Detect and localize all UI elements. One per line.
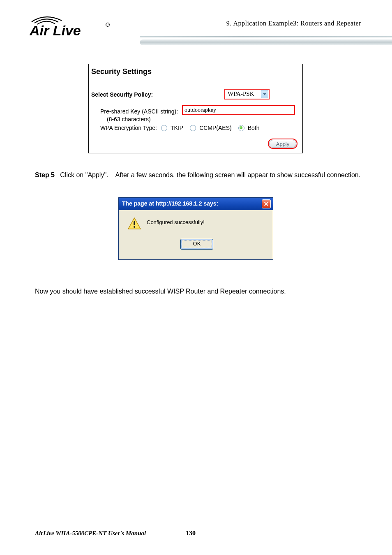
page: Air Live R 9. Application Example3: Rout…	[0, 0, 392, 555]
step5-paragraph: Step 5 Click on "Apply". After a few sec…	[35, 171, 363, 180]
close-icon[interactable]	[262, 199, 271, 208]
dialog-title: The page at http://192.168.1.2 says:	[122, 200, 218, 207]
psk-hint: (8-63 characters)	[107, 116, 151, 123]
dialog-message: Configured successfully!	[147, 219, 205, 225]
apply-button[interactable]: Apply	[268, 139, 297, 149]
radio-tkip-label: TKIP	[171, 125, 183, 131]
radio-ccmp[interactable]	[190, 125, 196, 131]
radio-both[interactable]	[238, 125, 244, 131]
step5-text-a: Click on "Apply".	[60, 171, 108, 178]
radio-tkip[interactable]	[161, 125, 167, 131]
svg-point-5	[134, 226, 135, 228]
encryption-type-row: WPA Encryption Type: TKIP CCMP(AES) Both	[100, 125, 260, 131]
svg-text:Air Live: Air Live	[30, 23, 81, 38]
security-settings-panel: Security Settings Select Security Policy…	[88, 64, 303, 153]
dialog-body: Configured successfully! OK	[119, 210, 273, 260]
footer-manual-title: AirLive WHA-5500CPE-NT User's Manual	[35, 530, 146, 537]
step5-text-b: After a few seconds, the following scree…	[115, 171, 360, 178]
policy-label: Select Security Policy:	[91, 91, 153, 98]
psk-input[interactable]	[182, 105, 295, 115]
warning-icon	[128, 217, 141, 230]
svg-text:R: R	[106, 23, 108, 26]
ok-button[interactable]: OK	[180, 239, 213, 250]
final-paragraph: Now you should have established successf…	[35, 288, 363, 295]
security-policy-select[interactable]: WPA-PSK	[224, 89, 270, 99]
security-policy-value: WPA-PSK	[228, 90, 254, 97]
radio-ccmp-label: CCMP(AES)	[199, 125, 232, 131]
dialog-titlebar: The page at http://192.168.1.2 says:	[119, 198, 273, 210]
alert-dialog: The page at http://192.168.1.2 says: Con…	[118, 197, 273, 260]
panel-title: Security Settings	[91, 67, 152, 76]
footer-page-number: 130	[186, 530, 196, 537]
chevron-down-icon[interactable]	[261, 90, 268, 98]
radio-both-label: Both	[248, 125, 260, 131]
header-divider	[140, 36, 392, 42]
chapter-title: 9. Application Example3: Routers and Rep…	[226, 20, 361, 27]
svg-rect-4	[134, 221, 135, 225]
airlive-logo: Air Live R	[30, 16, 112, 38]
psk-label: Pre-shared Key (ASCII string):	[100, 108, 178, 115]
step5-label: Step 5	[35, 171, 55, 178]
encryption-type-label: WPA Encryption Type:	[100, 125, 157, 131]
apply-button-label: Apply	[269, 140, 296, 148]
